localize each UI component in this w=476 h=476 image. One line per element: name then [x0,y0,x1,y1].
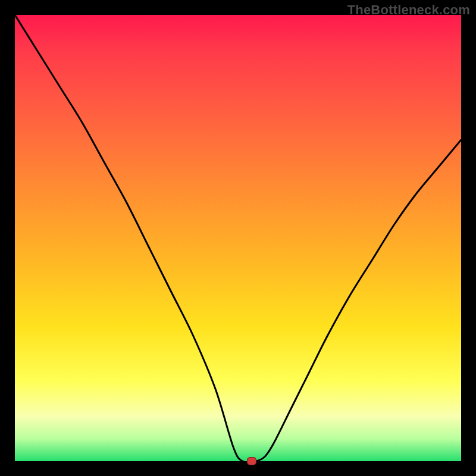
curve-svg [15,15,461,461]
chart-container: TheBottleneck.com [0,0,476,476]
optimum-marker [247,457,256,465]
bottleneck-curve-path [15,15,461,461]
plot-frame [15,15,461,461]
watermark-text: TheBottleneck.com [347,2,470,18]
